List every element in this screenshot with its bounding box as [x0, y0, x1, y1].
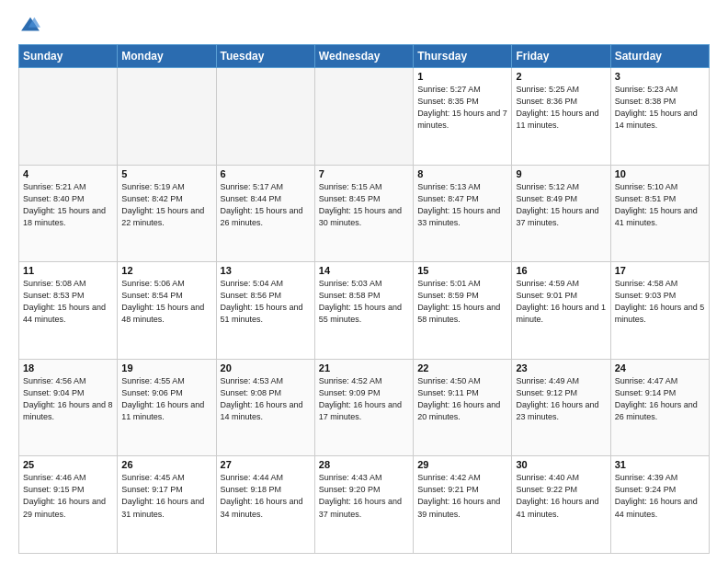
day-number: 3 — [615, 71, 705, 82]
day-number: 17 — [615, 265, 705, 276]
day-number: 8 — [417, 168, 507, 179]
calendar-cell: 25Sunrise: 4:46 AMSunset: 9:15 PMDayligh… — [19, 456, 118, 554]
day-number: 13 — [221, 265, 311, 276]
day-info: Sunrise: 5:27 AMSunset: 8:35 PMDaylight:… — [417, 84, 507, 132]
day-info: Sunrise: 5:25 AMSunset: 8:36 PMDaylight:… — [516, 84, 606, 132]
calendar-week-1: 1Sunrise: 5:27 AMSunset: 8:35 PMDaylight… — [19, 68, 710, 166]
day-info: Sunrise: 5:06 AMSunset: 8:54 PMDaylight:… — [121, 278, 211, 326]
calendar-header-monday: Monday — [118, 45, 216, 68]
day-number: 2 — [516, 71, 606, 82]
calendar-cell: 5Sunrise: 5:19 AMSunset: 8:42 PMDaylight… — [118, 165, 216, 262]
day-number: 4 — [23, 168, 113, 179]
calendar-week-3: 11Sunrise: 5:08 AMSunset: 8:53 PMDayligh… — [19, 262, 710, 360]
calendar-cell: 24Sunrise: 4:47 AMSunset: 9:14 PMDayligh… — [610, 359, 709, 456]
calendar-cell: 2Sunrise: 5:25 AMSunset: 8:36 PMDaylight… — [512, 68, 610, 166]
day-number: 30 — [516, 459, 606, 470]
day-info: Sunrise: 4:52 AMSunset: 9:09 PMDaylight:… — [319, 375, 409, 423]
calendar-table: SundayMondayTuesdayWednesdayThursdayFrid… — [18, 44, 710, 554]
calendar-cell: 21Sunrise: 4:52 AMSunset: 9:09 PMDayligh… — [314, 359, 413, 456]
day-number: 31 — [615, 459, 705, 470]
header — [18, 15, 710, 39]
day-info: Sunrise: 5:08 AMSunset: 8:53 PMDaylight:… — [23, 278, 113, 326]
calendar-cell: 29Sunrise: 4:42 AMSunset: 9:21 PMDayligh… — [414, 456, 512, 554]
day-info: Sunrise: 5:10 AMSunset: 8:51 PMDaylight:… — [615, 181, 705, 229]
day-number: 15 — [417, 265, 507, 276]
calendar-week-4: 18Sunrise: 4:56 AMSunset: 9:04 PMDayligh… — [19, 359, 710, 456]
calendar-cell: 11Sunrise: 5:08 AMSunset: 8:53 PMDayligh… — [19, 262, 118, 360]
day-info: Sunrise: 4:58 AMSunset: 9:03 PMDaylight:… — [615, 278, 705, 326]
day-number: 21 — [319, 362, 409, 373]
day-info: Sunrise: 5:23 AMSunset: 8:38 PMDaylight:… — [615, 84, 705, 132]
calendar-cell: 17Sunrise: 4:58 AMSunset: 9:03 PMDayligh… — [610, 262, 709, 360]
day-info: Sunrise: 4:55 AMSunset: 9:06 PMDaylight:… — [121, 375, 211, 423]
day-number: 7 — [319, 168, 409, 179]
calendar-header-thursday: Thursday — [414, 45, 512, 68]
day-number: 5 — [121, 168, 211, 179]
calendar-cell: 12Sunrise: 5:06 AMSunset: 8:54 PMDayligh… — [118, 262, 216, 360]
day-info: Sunrise: 4:59 AMSunset: 9:01 PMDaylight:… — [516, 278, 606, 326]
calendar-cell: 1Sunrise: 5:27 AMSunset: 8:35 PMDaylight… — [414, 68, 512, 166]
day-info: Sunrise: 5:12 AMSunset: 8:49 PMDaylight:… — [516, 181, 606, 229]
calendar-cell: 26Sunrise: 4:45 AMSunset: 9:17 PMDayligh… — [118, 456, 216, 554]
day-info: Sunrise: 4:49 AMSunset: 9:12 PMDaylight:… — [516, 375, 606, 423]
calendar-cell: 16Sunrise: 4:59 AMSunset: 9:01 PMDayligh… — [512, 262, 610, 360]
day-number: 19 — [121, 362, 211, 373]
day-number: 24 — [615, 362, 705, 373]
day-info: Sunrise: 5:17 AMSunset: 8:44 PMDaylight:… — [221, 181, 311, 229]
calendar-header-row: SundayMondayTuesdayWednesdayThursdayFrid… — [19, 45, 710, 68]
day-info: Sunrise: 4:50 AMSunset: 9:11 PMDaylight:… — [417, 375, 507, 423]
day-info: Sunrise: 5:04 AMSunset: 8:56 PMDaylight:… — [221, 278, 311, 326]
day-number: 18 — [23, 362, 113, 373]
calendar-week-2: 4Sunrise: 5:21 AMSunset: 8:40 PMDaylight… — [19, 165, 710, 262]
day-info: Sunrise: 5:15 AMSunset: 8:45 PMDaylight:… — [319, 181, 409, 229]
day-number: 6 — [221, 168, 311, 179]
calendar-cell: 31Sunrise: 4:39 AMSunset: 9:24 PMDayligh… — [610, 456, 709, 554]
calendar-cell — [314, 68, 413, 166]
day-number: 26 — [121, 459, 211, 470]
day-number: 11 — [23, 265, 113, 276]
calendar-cell: 4Sunrise: 5:21 AMSunset: 8:40 PMDaylight… — [19, 165, 118, 262]
day-number: 23 — [516, 362, 606, 373]
calendar-header-friday: Friday — [512, 45, 610, 68]
day-number: 27 — [221, 459, 311, 470]
day-info: Sunrise: 4:44 AMSunset: 9:18 PMDaylight:… — [221, 472, 311, 520]
calendar-cell: 20Sunrise: 4:53 AMSunset: 9:08 PMDayligh… — [216, 359, 314, 456]
calendar-cell: 13Sunrise: 5:04 AMSunset: 8:56 PMDayligh… — [216, 262, 314, 360]
calendar-cell: 6Sunrise: 5:17 AMSunset: 8:44 PMDaylight… — [216, 165, 314, 262]
calendar-cell: 19Sunrise: 4:55 AMSunset: 9:06 PMDayligh… — [118, 359, 216, 456]
calendar-cell: 18Sunrise: 4:56 AMSunset: 9:04 PMDayligh… — [19, 359, 118, 456]
day-number: 9 — [516, 168, 606, 179]
day-number: 29 — [417, 459, 507, 470]
page: SundayMondayTuesdayWednesdayThursdayFrid… — [0, 0, 728, 563]
calendar-cell — [118, 68, 216, 166]
day-number: 14 — [319, 265, 409, 276]
calendar-week-5: 25Sunrise: 4:46 AMSunset: 9:15 PMDayligh… — [19, 456, 710, 554]
calendar-header-tuesday: Tuesday — [216, 45, 314, 68]
calendar-header-sunday: Sunday — [19, 45, 118, 68]
calendar-cell: 30Sunrise: 4:40 AMSunset: 9:22 PMDayligh… — [512, 456, 610, 554]
day-info: Sunrise: 5:21 AMSunset: 8:40 PMDaylight:… — [23, 181, 113, 229]
day-info: Sunrise: 4:46 AMSunset: 9:15 PMDaylight:… — [23, 472, 113, 520]
day-number: 28 — [319, 459, 409, 470]
day-info: Sunrise: 4:39 AMSunset: 9:24 PMDaylight:… — [615, 472, 705, 520]
day-number: 22 — [417, 362, 507, 373]
day-info: Sunrise: 5:19 AMSunset: 8:42 PMDaylight:… — [121, 181, 211, 229]
day-number: 20 — [221, 362, 311, 373]
day-number: 10 — [615, 168, 705, 179]
day-info: Sunrise: 5:03 AMSunset: 8:58 PMDaylight:… — [319, 278, 409, 326]
calendar-cell: 28Sunrise: 4:43 AMSunset: 9:20 PMDayligh… — [314, 456, 413, 554]
calendar-cell: 10Sunrise: 5:10 AMSunset: 8:51 PMDayligh… — [610, 165, 709, 262]
calendar-cell: 22Sunrise: 4:50 AMSunset: 9:11 PMDayligh… — [414, 359, 512, 456]
calendar-cell: 14Sunrise: 5:03 AMSunset: 8:58 PMDayligh… — [314, 262, 413, 360]
day-info: Sunrise: 4:43 AMSunset: 9:20 PMDaylight:… — [319, 472, 409, 520]
day-info: Sunrise: 4:45 AMSunset: 9:17 PMDaylight:… — [121, 472, 211, 520]
day-info: Sunrise: 5:13 AMSunset: 8:47 PMDaylight:… — [417, 181, 507, 229]
calendar-cell — [216, 68, 314, 166]
logo-icon — [20, 15, 40, 35]
calendar-cell: 9Sunrise: 5:12 AMSunset: 8:49 PMDaylight… — [512, 165, 610, 262]
day-info: Sunrise: 4:47 AMSunset: 9:14 PMDaylight:… — [615, 375, 705, 423]
calendar-cell: 7Sunrise: 5:15 AMSunset: 8:45 PMDaylight… — [314, 165, 413, 262]
day-number: 12 — [121, 265, 211, 276]
day-number: 16 — [516, 265, 606, 276]
calendar-cell: 23Sunrise: 4:49 AMSunset: 9:12 PMDayligh… — [512, 359, 610, 456]
